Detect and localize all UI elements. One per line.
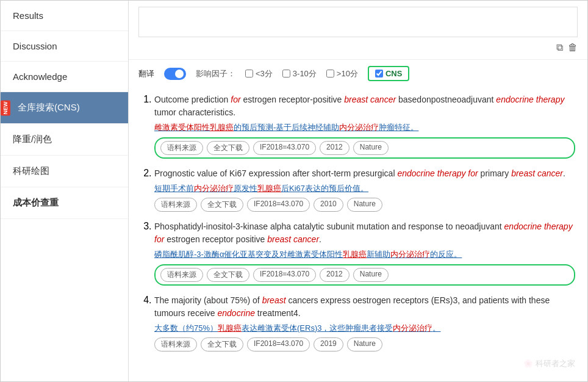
sidebar-item-cost[interactable]: 成本价查重	[1, 187, 128, 219]
sidebar-item-discussion[interactable]: Discussion	[1, 31, 128, 62]
filter-gt10[interactable]: >10分	[326, 68, 358, 79]
result-item-4: The majority (about 75%) of breast cance…	[154, 294, 575, 352]
results-list: Outcome prediction for estrogen receptor…	[129, 87, 587, 366]
result-tags-1: 语料来源 全文下载 IF2018=43.070 2012 Nature	[154, 137, 575, 159]
tag-if[interactable]: IF2018=43.070	[247, 337, 310, 351]
tag-journal[interactable]: Nature	[353, 268, 389, 282]
tag-source[interactable]: 语料来源	[160, 141, 203, 155]
result-title-3: Phosphatidyl-inositol-3-kinase alpha cat…	[154, 220, 575, 246]
sidebar-item-drawing[interactable]: 科研绘图	[1, 156, 128, 187]
tag-fulltext[interactable]: 全文下载	[207, 268, 249, 282]
result-item-1: Outcome prediction for estrogen receptor…	[154, 93, 575, 159]
result-translation-4: 大多数（约75%）乳腺癌表达雌激素受体(ERs)3，这些肿瘤患者接受内分泌治疗。	[154, 322, 575, 334]
tag-year[interactable]: 2019	[314, 337, 343, 351]
result-translation-1: 雌激素受体阳性乳腺癌的预后预测-基于后续神经辅助内分泌治疗肿瘤特征。	[154, 121, 575, 134]
tag-journal[interactable]: Nature	[353, 141, 389, 155]
result-translation-3: 磷脂酰肌醇-3-激酶α催化亚基突变及对雌激素受体阳性乳腺癌新辅助内分泌治疗的反应…	[154, 248, 575, 261]
main-content: ⧉ 🗑 翻译 影响因子： <3分 3-10分 >10分	[129, 1, 587, 381]
new-badge: NEW	[1, 100, 10, 115]
tag-year[interactable]: 2012	[320, 141, 350, 155]
sidebar-item-results[interactable]: Results	[1, 1, 128, 31]
tag-year[interactable]: 2012	[320, 268, 350, 282]
result-item-3: Phosphatidyl-inositol-3-kinase alpha cat…	[154, 220, 575, 286]
copy-icon[interactable]: ⧉	[556, 42, 563, 53]
filter-bar: 翻译 影响因子： <3分 3-10分 >10分 CNS	[129, 60, 587, 87]
filter-less3[interactable]: <3分	[245, 68, 273, 79]
translate-label: 翻译	[138, 68, 154, 79]
result-item-2: Prognostic value of Ki67 expression afte…	[154, 167, 575, 212]
tag-fulltext[interactable]: 全文下载	[201, 198, 243, 212]
tag-source[interactable]: 语料来源	[154, 198, 197, 212]
tag-source[interactable]: 语料来源	[154, 337, 197, 351]
translate-toggle[interactable]	[164, 68, 186, 80]
result-tags-3: 语料来源 全文下载 IF2018=43.070 2012 Nature	[154, 264, 575, 286]
result-translation-2: 短期手术前内分泌治疗原发性乳腺癌后Ki67表达的预后价值。	[154, 182, 575, 195]
result-tags-4: 语料来源 全文下载 IF2018=43.070 2019 Nature	[154, 337, 575, 351]
tag-if[interactable]: IF2018=43.070	[253, 268, 316, 282]
tag-year[interactable]: 2010	[314, 198, 343, 212]
sidebar: Results Discussion Acknowledge NEW 全库搜索(…	[1, 1, 129, 381]
tag-if[interactable]: IF2018=43.070	[253, 141, 316, 155]
delete-icon[interactable]: 🗑	[568, 42, 578, 53]
tag-journal[interactable]: Nature	[347, 198, 382, 212]
tag-fulltext[interactable]: 全文下载	[201, 337, 243, 351]
results-ol: Outcome prediction for estrogen receptor…	[141, 93, 575, 351]
watermark: 🌸 科研者之家	[523, 358, 575, 369]
result-title-4: The majority (about 75%) of breast cance…	[154, 294, 575, 320]
tag-if[interactable]: IF2018=43.070	[247, 198, 310, 212]
sidebar-item-polish[interactable]: 降重/润色	[1, 124, 128, 156]
cns-button[interactable]: CNS	[368, 66, 409, 81]
tag-journal[interactable]: Nature	[347, 337, 382, 351]
result-title-2: Prognostic value of Ki67 expression afte…	[154, 167, 575, 180]
tag-fulltext[interactable]: 全文下载	[207, 141, 249, 155]
search-textarea[interactable]	[138, 7, 578, 37]
tag-source[interactable]: 语料来源	[160, 268, 203, 282]
impact-label: 影响因子：	[196, 68, 235, 79]
sidebar-item-cns[interactable]: NEW 全库搜索(CNS)	[1, 92, 128, 124]
cns-checkbox[interactable]	[375, 70, 383, 77]
result-title-1: Outcome prediction for estrogen receptor…	[154, 93, 575, 119]
result-tags-2: 语料来源 全文下载 IF2018=43.070 2010 Nature	[154, 198, 575, 212]
filter-3to10[interactable]: 3-10分	[282, 68, 317, 79]
sidebar-item-acknowledge[interactable]: Acknowledge	[1, 62, 128, 92]
